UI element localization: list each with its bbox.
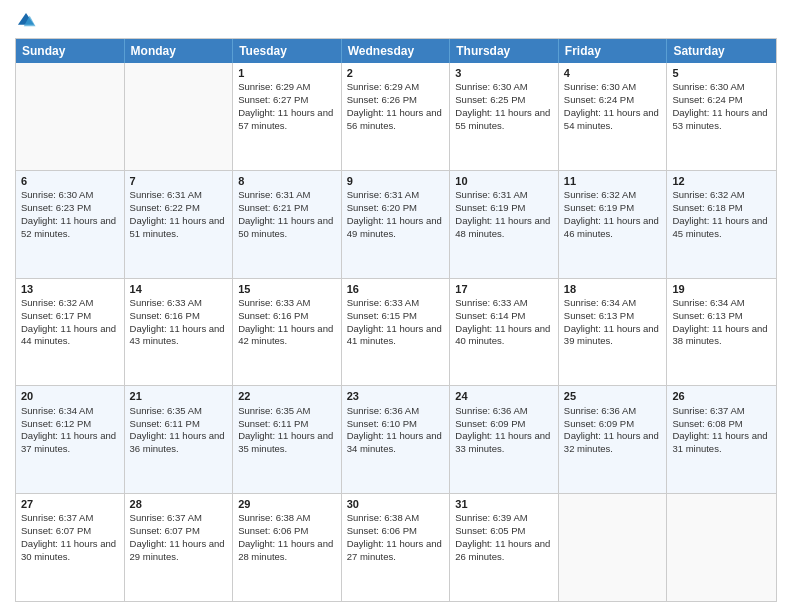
cell-info: Sunrise: 6:30 AM Sunset: 6:24 PM Dayligh… xyxy=(672,81,771,132)
day-number: 28 xyxy=(130,497,228,511)
calendar-cell: 17Sunrise: 6:33 AM Sunset: 6:14 PM Dayli… xyxy=(450,279,559,386)
calendar-cell: 4Sunrise: 6:30 AM Sunset: 6:24 PM Daylig… xyxy=(559,63,668,170)
day-number: 26 xyxy=(672,389,771,403)
day-number: 25 xyxy=(564,389,662,403)
header-day-friday: Friday xyxy=(559,39,668,63)
cell-info: Sunrise: 6:31 AM Sunset: 6:21 PM Dayligh… xyxy=(238,189,336,240)
calendar-cell: 1Sunrise: 6:29 AM Sunset: 6:27 PM Daylig… xyxy=(233,63,342,170)
cell-info: Sunrise: 6:37 AM Sunset: 6:07 PM Dayligh… xyxy=(21,512,119,563)
header-day-saturday: Saturday xyxy=(667,39,776,63)
calendar-cell xyxy=(16,63,125,170)
cell-info: Sunrise: 6:36 AM Sunset: 6:10 PM Dayligh… xyxy=(347,405,445,456)
day-number: 17 xyxy=(455,282,553,296)
calendar-cell: 27Sunrise: 6:37 AM Sunset: 6:07 PM Dayli… xyxy=(16,494,125,601)
day-number: 24 xyxy=(455,389,553,403)
calendar-cell: 26Sunrise: 6:37 AM Sunset: 6:08 PM Dayli… xyxy=(667,386,776,493)
header-day-wednesday: Wednesday xyxy=(342,39,451,63)
calendar-header: SundayMondayTuesdayWednesdayThursdayFrid… xyxy=(16,39,776,63)
calendar-cell xyxy=(559,494,668,601)
calendar-cell: 8Sunrise: 6:31 AM Sunset: 6:21 PM Daylig… xyxy=(233,171,342,278)
day-number: 31 xyxy=(455,497,553,511)
calendar-cell: 2Sunrise: 6:29 AM Sunset: 6:26 PM Daylig… xyxy=(342,63,451,170)
day-number: 18 xyxy=(564,282,662,296)
day-number: 9 xyxy=(347,174,445,188)
calendar-cell: 14Sunrise: 6:33 AM Sunset: 6:16 PM Dayli… xyxy=(125,279,234,386)
cell-info: Sunrise: 6:37 AM Sunset: 6:08 PM Dayligh… xyxy=(672,405,771,456)
calendar-cell: 21Sunrise: 6:35 AM Sunset: 6:11 PM Dayli… xyxy=(125,386,234,493)
cell-info: Sunrise: 6:29 AM Sunset: 6:26 PM Dayligh… xyxy=(347,81,445,132)
cell-info: Sunrise: 6:37 AM Sunset: 6:07 PM Dayligh… xyxy=(130,512,228,563)
day-number: 3 xyxy=(455,66,553,80)
day-number: 22 xyxy=(238,389,336,403)
calendar-cell: 16Sunrise: 6:33 AM Sunset: 6:15 PM Dayli… xyxy=(342,279,451,386)
calendar-cell: 23Sunrise: 6:36 AM Sunset: 6:10 PM Dayli… xyxy=(342,386,451,493)
calendar-cell: 13Sunrise: 6:32 AM Sunset: 6:17 PM Dayli… xyxy=(16,279,125,386)
cell-info: Sunrise: 6:38 AM Sunset: 6:06 PM Dayligh… xyxy=(238,512,336,563)
cell-info: Sunrise: 6:35 AM Sunset: 6:11 PM Dayligh… xyxy=(238,405,336,456)
header-day-sunday: Sunday xyxy=(16,39,125,63)
day-number: 16 xyxy=(347,282,445,296)
calendar-cell: 19Sunrise: 6:34 AM Sunset: 6:13 PM Dayli… xyxy=(667,279,776,386)
cell-info: Sunrise: 6:29 AM Sunset: 6:27 PM Dayligh… xyxy=(238,81,336,132)
day-number: 21 xyxy=(130,389,228,403)
cell-info: Sunrise: 6:33 AM Sunset: 6:15 PM Dayligh… xyxy=(347,297,445,348)
day-number: 10 xyxy=(455,174,553,188)
day-number: 6 xyxy=(21,174,119,188)
calendar-cell: 12Sunrise: 6:32 AM Sunset: 6:18 PM Dayli… xyxy=(667,171,776,278)
calendar-cell: 29Sunrise: 6:38 AM Sunset: 6:06 PM Dayli… xyxy=(233,494,342,601)
cell-info: Sunrise: 6:34 AM Sunset: 6:12 PM Dayligh… xyxy=(21,405,119,456)
calendar-cell: 5Sunrise: 6:30 AM Sunset: 6:24 PM Daylig… xyxy=(667,63,776,170)
calendar-cell: 3Sunrise: 6:30 AM Sunset: 6:25 PM Daylig… xyxy=(450,63,559,170)
day-number: 4 xyxy=(564,66,662,80)
cell-info: Sunrise: 6:31 AM Sunset: 6:20 PM Dayligh… xyxy=(347,189,445,240)
cell-info: Sunrise: 6:36 AM Sunset: 6:09 PM Dayligh… xyxy=(455,405,553,456)
calendar-row-3: 13Sunrise: 6:32 AM Sunset: 6:17 PM Dayli… xyxy=(16,279,776,387)
day-number: 27 xyxy=(21,497,119,511)
cell-info: Sunrise: 6:30 AM Sunset: 6:23 PM Dayligh… xyxy=(21,189,119,240)
cell-info: Sunrise: 6:31 AM Sunset: 6:19 PM Dayligh… xyxy=(455,189,553,240)
day-number: 14 xyxy=(130,282,228,296)
calendar-cell xyxy=(667,494,776,601)
calendar-cell: 20Sunrise: 6:34 AM Sunset: 6:12 PM Dayli… xyxy=(16,386,125,493)
calendar-row-2: 6Sunrise: 6:30 AM Sunset: 6:23 PM Daylig… xyxy=(16,171,776,279)
day-number: 29 xyxy=(238,497,336,511)
calendar-cell: 31Sunrise: 6:39 AM Sunset: 6:05 PM Dayli… xyxy=(450,494,559,601)
day-number: 19 xyxy=(672,282,771,296)
day-number: 23 xyxy=(347,389,445,403)
cell-info: Sunrise: 6:32 AM Sunset: 6:18 PM Dayligh… xyxy=(672,189,771,240)
cell-info: Sunrise: 6:31 AM Sunset: 6:22 PM Dayligh… xyxy=(130,189,228,240)
logo-icon xyxy=(15,10,37,32)
calendar-cell: 11Sunrise: 6:32 AM Sunset: 6:19 PM Dayli… xyxy=(559,171,668,278)
calendar-body: 1Sunrise: 6:29 AM Sunset: 6:27 PM Daylig… xyxy=(16,63,776,601)
header-day-tuesday: Tuesday xyxy=(233,39,342,63)
cell-info: Sunrise: 6:39 AM Sunset: 6:05 PM Dayligh… xyxy=(455,512,553,563)
calendar: SundayMondayTuesdayWednesdayThursdayFrid… xyxy=(15,38,777,602)
cell-info: Sunrise: 6:30 AM Sunset: 6:25 PM Dayligh… xyxy=(455,81,553,132)
calendar-cell: 15Sunrise: 6:33 AM Sunset: 6:16 PM Dayli… xyxy=(233,279,342,386)
header-day-monday: Monday xyxy=(125,39,234,63)
day-number: 8 xyxy=(238,174,336,188)
calendar-cell: 25Sunrise: 6:36 AM Sunset: 6:09 PM Dayli… xyxy=(559,386,668,493)
header-day-thursday: Thursday xyxy=(450,39,559,63)
day-number: 5 xyxy=(672,66,771,80)
calendar-cell xyxy=(125,63,234,170)
day-number: 2 xyxy=(347,66,445,80)
page: SundayMondayTuesdayWednesdayThursdayFrid… xyxy=(0,0,792,612)
cell-info: Sunrise: 6:32 AM Sunset: 6:17 PM Dayligh… xyxy=(21,297,119,348)
cell-info: Sunrise: 6:32 AM Sunset: 6:19 PM Dayligh… xyxy=(564,189,662,240)
day-number: 11 xyxy=(564,174,662,188)
calendar-cell: 10Sunrise: 6:31 AM Sunset: 6:19 PM Dayli… xyxy=(450,171,559,278)
day-number: 13 xyxy=(21,282,119,296)
calendar-cell: 7Sunrise: 6:31 AM Sunset: 6:22 PM Daylig… xyxy=(125,171,234,278)
day-number: 20 xyxy=(21,389,119,403)
calendar-row-5: 27Sunrise: 6:37 AM Sunset: 6:07 PM Dayli… xyxy=(16,494,776,601)
calendar-cell: 9Sunrise: 6:31 AM Sunset: 6:20 PM Daylig… xyxy=(342,171,451,278)
day-number: 7 xyxy=(130,174,228,188)
cell-info: Sunrise: 6:33 AM Sunset: 6:16 PM Dayligh… xyxy=(238,297,336,348)
calendar-row-1: 1Sunrise: 6:29 AM Sunset: 6:27 PM Daylig… xyxy=(16,63,776,171)
cell-info: Sunrise: 6:38 AM Sunset: 6:06 PM Dayligh… xyxy=(347,512,445,563)
cell-info: Sunrise: 6:36 AM Sunset: 6:09 PM Dayligh… xyxy=(564,405,662,456)
day-number: 15 xyxy=(238,282,336,296)
calendar-cell: 22Sunrise: 6:35 AM Sunset: 6:11 PM Dayli… xyxy=(233,386,342,493)
calendar-cell: 28Sunrise: 6:37 AM Sunset: 6:07 PM Dayli… xyxy=(125,494,234,601)
